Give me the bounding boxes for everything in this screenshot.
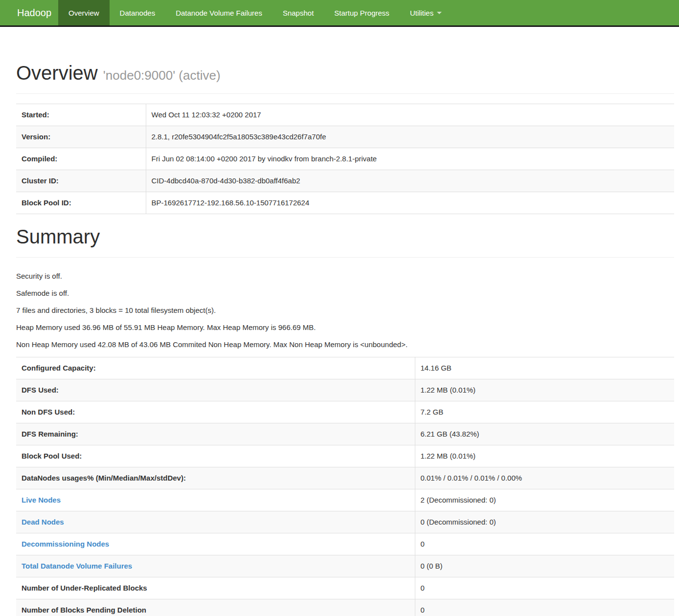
summary-line: Safemode is off. <box>16 288 674 298</box>
row-label: Non DFS Used: <box>16 401 415 423</box>
divider <box>16 93 674 94</box>
overview-info-table: Started: Wed Oct 11 12:03:32 +0200 2017 … <box>16 104 674 214</box>
top-navbar: Hadoop Overview Datanodes Datanode Volum… <box>0 0 679 27</box>
row-value: 0 <box>415 533 674 555</box>
summary-line: Security is off. <box>16 271 674 281</box>
summary-heading: Summary <box>16 226 674 247</box>
row-value: 0 (0 B) <box>415 555 674 577</box>
table-row: Total Datanode Volume Failures 0 (0 B) <box>16 555 674 577</box>
page-content: Overview 'node0:9000' (active) Started: … <box>0 62 679 616</box>
row-label: Configured Capacity: <box>16 357 415 379</box>
nav-item-startup-progress[interactable]: Startup Progress <box>324 0 400 25</box>
summary-paragraphs: Security is off. Safemode is off. 7 file… <box>16 271 674 350</box>
page-title: Overview 'node0:9000' (active) <box>16 62 674 84</box>
total-datanode-volume-failures-link[interactable]: Total Datanode Volume Failures <box>16 555 415 577</box>
divider <box>16 257 674 258</box>
row-value: 6.21 GB (43.82%) <box>415 423 674 445</box>
row-value: 2.8.1, r20fe5304904fc2f5a18053c389e43cd2… <box>146 126 674 148</box>
nav-item-label: Datanode Volume Failures <box>176 9 262 17</box>
decommissioning-nodes-link[interactable]: Decommissioning Nodes <box>16 533 415 555</box>
table-row: DFS Used: 1.22 MB (0.01%) <box>16 379 674 401</box>
row-label: Number of Blocks Pending Deletion <box>16 599 415 616</box>
table-row: Started: Wed Oct 11 12:03:32 +0200 2017 <box>16 104 674 126</box>
row-value: 1.22 MB (0.01%) <box>415 445 674 467</box>
cluster-stats-table: Configured Capacity: 14.16 GB DFS Used: … <box>16 357 674 616</box>
table-row: DataNodes usages% (Min/Median/Max/stdDev… <box>16 467 674 489</box>
row-value: Fri Jun 02 08:14:00 +0200 2017 by vinodk… <box>146 148 674 170</box>
row-label: Block Pool Used: <box>16 445 415 467</box>
summary-line: Heap Memory used 36.96 MB of 55.91 MB He… <box>16 323 674 332</box>
row-value: 0.01% / 0.01% / 0.01% / 0.00% <box>415 467 674 489</box>
table-row: Version: 2.8.1, r20fe5304904fc2f5a18053c… <box>16 126 674 148</box>
table-row: Live Nodes 2 (Decommissioned: 0) <box>16 489 674 511</box>
row-value: 7.2 GB <box>415 401 674 423</box>
nav-item-utilities[interactable]: Utilities <box>400 0 452 25</box>
row-value: BP-1692617712-192.168.56.10-150771617262… <box>146 192 674 214</box>
row-label: Number of Under-Replicated Blocks <box>16 577 415 599</box>
chevron-down-icon <box>437 12 442 14</box>
table-row: Number of Under-Replicated Blocks 0 <box>16 577 674 599</box>
hadoop-brand-link[interactable]: Hadoop <box>0 0 58 25</box>
row-value: CID-4dbcd40a-870d-4d30-b382-db0aff4f6ab2 <box>146 170 674 192</box>
row-value: 0 <box>415 599 674 616</box>
table-row: Compiled: Fri Jun 02 08:14:00 +0200 2017… <box>16 148 674 170</box>
dead-nodes-link[interactable]: Dead Nodes <box>16 511 415 533</box>
row-label: Started: <box>16 104 146 126</box>
table-row: Non DFS Used: 7.2 GB <box>16 401 674 423</box>
row-value: 0 (Decommissioned: 0) <box>415 511 674 533</box>
row-label: Cluster ID: <box>16 170 146 192</box>
namenode-address-subtitle: 'node0:9000' (active) <box>103 68 221 83</box>
nav-item-label: Startup Progress <box>334 9 389 17</box>
overview-title-text: Overview <box>16 62 98 84</box>
table-row: Block Pool Used: 1.22 MB (0.01%) <box>16 445 674 467</box>
row-label: Block Pool ID: <box>16 192 146 214</box>
row-value: 14.16 GB <box>415 357 674 379</box>
row-value: 2 (Decommissioned: 0) <box>415 489 674 511</box>
nav-item-overview[interactable]: Overview <box>58 0 110 25</box>
navbar-menu: Overview Datanodes Datanode Volume Failu… <box>58 0 452 25</box>
nav-item-label: Overview <box>68 9 99 17</box>
row-label: DataNodes usages% (Min/Median/Max/stdDev… <box>16 467 415 489</box>
row-label: DFS Remaining: <box>16 423 415 445</box>
table-row: Cluster ID: CID-4dbcd40a-870d-4d30-b382-… <box>16 170 674 192</box>
live-nodes-link[interactable]: Live Nodes <box>16 489 415 511</box>
table-row: Dead Nodes 0 (Decommissioned: 0) <box>16 511 674 533</box>
nav-item-snapshot[interactable]: Snapshot <box>272 0 324 25</box>
summary-line: Non Heap Memory used 42.08 MB of 43.06 M… <box>16 340 674 350</box>
row-value: Wed Oct 11 12:03:32 +0200 2017 <box>146 104 674 126</box>
nav-item-datanodes[interactable]: Datanodes <box>110 0 166 25</box>
row-label: DFS Used: <box>16 379 415 401</box>
nav-item-label: Utilities <box>410 9 433 17</box>
table-row: DFS Remaining: 6.21 GB (43.82%) <box>16 423 674 445</box>
row-value: 1.22 MB (0.01%) <box>415 379 674 401</box>
table-row: Configured Capacity: 14.16 GB <box>16 357 674 379</box>
table-row: Decommissioning Nodes 0 <box>16 533 674 555</box>
table-row: Block Pool ID: BP-1692617712-192.168.56.… <box>16 192 674 214</box>
table-row: Number of Blocks Pending Deletion 0 <box>16 599 674 616</box>
nav-item-label: Datanodes <box>120 9 156 17</box>
nav-item-datanode-volume-failures[interactable]: Datanode Volume Failures <box>165 0 272 25</box>
nav-item-label: Snapshot <box>283 9 314 17</box>
row-label: Compiled: <box>16 148 146 170</box>
summary-line: 7 files and directories, 3 blocks = 10 t… <box>16 306 674 315</box>
row-label: Version: <box>16 126 146 148</box>
row-value: 0 <box>415 577 674 599</box>
